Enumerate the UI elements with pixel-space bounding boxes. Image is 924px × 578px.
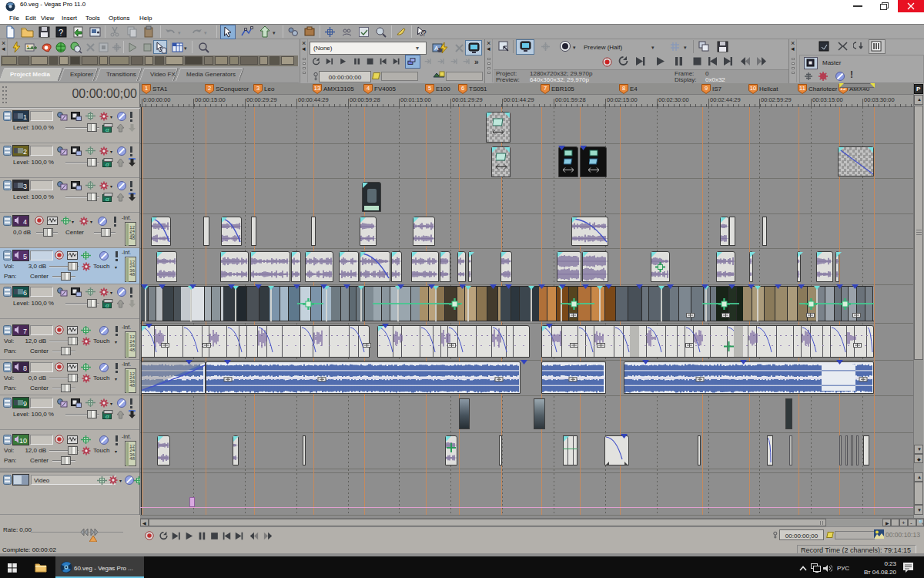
svg-text:11: 11: [799, 85, 805, 92]
svg-text:7: 7: [23, 328, 27, 335]
svg-text:4: 4: [367, 85, 370, 92]
svg-text:6: 6: [461, 85, 464, 92]
svg-text:5: 5: [428, 85, 431, 92]
svg-text:7: 7: [544, 85, 547, 92]
svg-text:α: α: [105, 195, 109, 203]
svg-text:α: α: [105, 412, 109, 420]
svg-text:9: 9: [23, 400, 27, 408]
svg-text:3: 3: [256, 85, 259, 92]
svg-text:2: 2: [23, 148, 27, 156]
svg-text:?: ?: [422, 29, 427, 38]
svg-text:?: ?: [59, 28, 63, 37]
svg-text:1: 1: [145, 85, 148, 92]
svg-text:2: 2: [208, 85, 211, 92]
svg-text:1: 1: [23, 113, 27, 121]
svg-text:10: 10: [750, 85, 756, 92]
svg-text:9: 9: [705, 85, 708, 92]
svg-text:8: 8: [622, 85, 625, 92]
svg-text:α: α: [105, 126, 109, 133]
svg-text:10: 10: [19, 437, 27, 445]
svg-text:α: α: [105, 301, 109, 309]
svg-text:3: 3: [23, 183, 27, 190]
svg-text:8: 8: [23, 365, 27, 372]
svg-text:13: 13: [314, 85, 320, 92]
svg-text:5: 5: [23, 253, 27, 260]
svg-text:6: 6: [23, 289, 27, 297]
svg-text:α: α: [105, 160, 109, 168]
svg-text:4: 4: [23, 218, 27, 226]
